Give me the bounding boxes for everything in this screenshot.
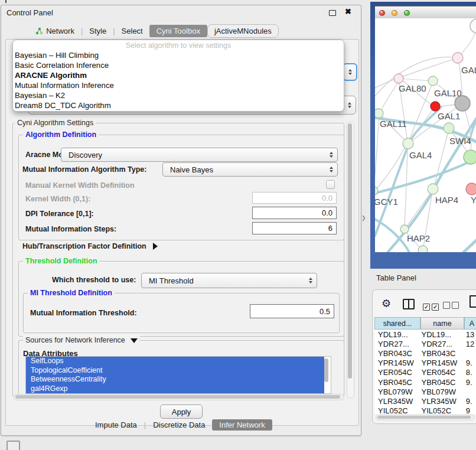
algorithm-option[interactable]: Dream8 DC_TDC Algorithm bbox=[13, 100, 344, 110]
data-attribute-item[interactable]: BetweennessCentrality bbox=[26, 375, 324, 384]
which-threshold-combo[interactable]: MI Threshold bbox=[141, 273, 317, 288]
deselect-all-checkboxes-icon[interactable] bbox=[443, 301, 461, 311]
tab-discretize-data[interactable]: Discretize Data bbox=[146, 419, 212, 431]
splitter-handle[interactable]: ❯ bbox=[361, 215, 366, 221]
dpi-tolerance-field[interactable]: 0.0 bbox=[252, 207, 337, 219]
table-cell: YPR145W bbox=[374, 358, 418, 367]
algorithm-option[interactable]: ARACNE Algorithm bbox=[13, 70, 344, 80]
float-window-icon[interactable] bbox=[329, 10, 336, 16]
settings-horizontal-scrollbar[interactable] bbox=[14, 394, 344, 400]
minimize-window-icon[interactable] bbox=[392, 10, 397, 16]
tab-network[interactable]: Network bbox=[29, 25, 81, 37]
table-cell: YPR145W bbox=[418, 358, 462, 367]
tab-jactivemnodules[interactable]: jActiveMNodules bbox=[207, 24, 279, 38]
tab-select[interactable]: Select bbox=[115, 25, 149, 37]
table-cell: YDL19... bbox=[374, 330, 418, 339]
network-node-label: HAP4 bbox=[435, 195, 458, 205]
table-row[interactable]: YPR145WYPR145W9. bbox=[374, 358, 476, 368]
network-node[interactable] bbox=[455, 96, 470, 111]
network-node[interactable] bbox=[375, 109, 383, 118]
inference-algorithm-combo-button[interactable] bbox=[343, 63, 357, 81]
list-vertical-scrollbar[interactable] bbox=[324, 357, 330, 392]
scrollbar-thumb[interactable] bbox=[348, 123, 352, 379]
close-window-icon[interactable] bbox=[379, 10, 385, 16]
network-edge[interactable] bbox=[375, 118, 379, 187]
network-window-titlebar[interactable] bbox=[375, 6, 476, 19]
network-edge[interactable] bbox=[401, 79, 431, 81]
network-node[interactable] bbox=[428, 76, 438, 86]
tab-cyni-toolbox[interactable]: Cyni Toolbox bbox=[149, 25, 207, 37]
mi-threshold-field[interactable]: 0.5 bbox=[250, 304, 334, 318]
network-node[interactable] bbox=[466, 183, 476, 195]
data-attribute-item[interactable]: gal4RGexp bbox=[26, 384, 324, 394]
sources-group-title[interactable]: Sources for Network Inference bbox=[23, 336, 140, 344]
network-view-canvas[interactable]: GALGAL80GAL10GAL1GAL11SWI4GAL4GCY1HAP4YH… bbox=[375, 18, 476, 252]
kernel-width-field[interactable]: 0.0 bbox=[252, 192, 337, 204]
scrollbar-thumb[interactable] bbox=[377, 416, 471, 419]
table-row[interactable]: YDL19...YDL19...13 bbox=[374, 330, 476, 339]
network-edge[interactable] bbox=[380, 80, 400, 112]
network-node-label: GCY1 bbox=[375, 197, 398, 207]
table-row[interactable]: YER054CYER054C8. bbox=[374, 368, 476, 377]
cyni-bottom-tabs: Impute Data | Discretize Data Infer Netw… bbox=[88, 419, 272, 431]
network-node-label: GAL10 bbox=[434, 88, 462, 98]
algorithm-option[interactable]: Mutual Information Inference bbox=[13, 80, 344, 90]
select-all-checkboxes-icon[interactable]: ✓✓ bbox=[423, 301, 441, 311]
mi-type-combo[interactable]: Naive Bayes bbox=[162, 162, 338, 177]
column-header-name[interactable]: name bbox=[420, 317, 464, 330]
network-icon bbox=[35, 27, 43, 35]
network-node[interactable] bbox=[418, 246, 428, 252]
network-node[interactable] bbox=[400, 225, 409, 233]
algorithm-option[interactable]: Bayesian – Hill Climbing bbox=[13, 50, 344, 60]
network-node[interactable] bbox=[464, 150, 476, 164]
screen: Control Panel ✖ Network | Style | Select… bbox=[0, 0, 476, 450]
settings-vertical-scrollbar[interactable] bbox=[347, 122, 354, 398]
table-row[interactable]: YIL052CYIL052C9 bbox=[374, 406, 476, 415]
network-edge[interactable] bbox=[409, 85, 432, 142]
network-node[interactable] bbox=[428, 184, 438, 194]
float-control-panel-button[interactable] bbox=[6, 441, 20, 450]
table-row[interactable]: YBR043CYBR043C bbox=[374, 348, 476, 358]
columns-panel-icon[interactable] bbox=[403, 299, 415, 309]
algorithm-option[interactable]: Bayesian – K2 bbox=[13, 90, 344, 100]
close-icon[interactable]: ✖ bbox=[345, 7, 351, 16]
table-cell: 8. bbox=[462, 368, 476, 377]
network-node[interactable] bbox=[403, 138, 413, 149]
table-row[interactable]: YBR045CYBR045C9. bbox=[374, 377, 476, 387]
network-node[interactable] bbox=[394, 74, 403, 83]
scrollbar-thumb[interactable] bbox=[15, 395, 340, 399]
network-node[interactable] bbox=[470, 19, 476, 33]
tab-impute-data[interactable]: Impute Data bbox=[88, 419, 144, 431]
network-edge[interactable] bbox=[386, 110, 476, 252]
table-row[interactable]: YLR345WYLR345W9. bbox=[374, 396, 476, 406]
manual-kernel-checkbox[interactable] bbox=[326, 180, 335, 189]
column-header-shared-name[interactable]: shared... bbox=[374, 317, 420, 330]
data-attribute-item[interactable]: SelfLoops bbox=[26, 357, 324, 366]
network-node[interactable] bbox=[452, 53, 463, 63]
column-header-partial[interactable]: A bbox=[464, 317, 476, 330]
network-edge[interactable] bbox=[438, 105, 456, 107]
tab-infer-network[interactable]: Infer Network bbox=[212, 419, 272, 431]
table-horizontal-scrollbar[interactable] bbox=[376, 415, 475, 420]
gear-icon[interactable]: ⚙ bbox=[382, 297, 391, 310]
scrollbar-thumb[interactable] bbox=[324, 358, 328, 382]
data-attributes-list[interactable]: SelfLoopsTopologicalCoefficientBetweenne… bbox=[25, 356, 331, 394]
table-row[interactable]: YBL079WYBL079W bbox=[374, 387, 476, 396]
network-node[interactable] bbox=[431, 102, 440, 111]
network-edge[interactable] bbox=[405, 147, 407, 226]
tab-style[interactable]: Style bbox=[83, 25, 113, 37]
zoom-window-icon[interactable] bbox=[404, 10, 410, 16]
apply-button[interactable]: Apply bbox=[160, 405, 203, 419]
aracne-mode-combo[interactable]: Discovery bbox=[61, 148, 338, 162]
network-node[interactable] bbox=[444, 123, 454, 133]
hub-definition-disclosure[interactable]: Hub/Transcription Factor Definition bbox=[22, 242, 158, 250]
mi-steps-field[interactable]: 6 bbox=[252, 222, 337, 234]
new-table-icon[interactable] bbox=[470, 295, 476, 308]
network-edge[interactable] bbox=[407, 192, 432, 226]
network-edge[interactable] bbox=[460, 232, 476, 252]
algorithm-option[interactable]: Basic Correlation Inference bbox=[13, 60, 344, 70]
network-edge[interactable] bbox=[375, 160, 473, 194]
table-row[interactable]: YDR27...YDR27...12 bbox=[374, 339, 476, 348]
data-attribute-item[interactable]: TopologicalCoefficient bbox=[26, 366, 324, 376]
down-triangle-icon bbox=[131, 338, 138, 343]
